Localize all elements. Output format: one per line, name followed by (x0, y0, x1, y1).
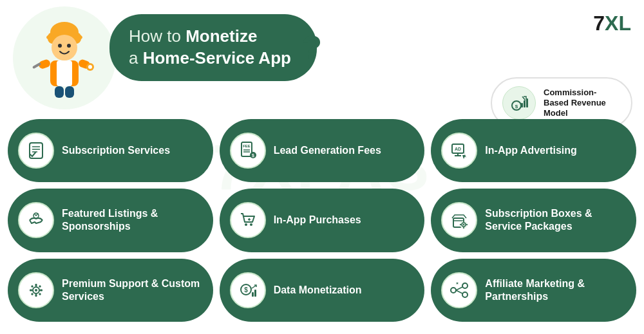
svg-rect-43 (463, 221, 464, 222)
data-monetization-label: Data Monetization (274, 284, 362, 297)
card-data-monetization[interactable]: $ Data Monetization (220, 259, 425, 322)
svg-rect-17 (521, 103, 523, 107)
card-featured-listings[interactable]: Featured Listings & Sponsorships (8, 189, 213, 252)
title-bold-monetize: Monetize (185, 26, 257, 46)
svg-point-5 (67, 44, 71, 48)
question-mark: ? (301, 28, 322, 67)
boxes-icon-circle (441, 202, 477, 238)
card-in-app-advertising[interactable]: AD In-App Advertising (431, 119, 636, 182)
affiliate-icon-circle (441, 272, 477, 308)
lead-generation-label: Lead Generation Fees (274, 144, 381, 157)
purchases-icon-circle (230, 202, 266, 238)
card-lead-generation[interactable]: FEE $ Lead Generation Fees (220, 119, 425, 182)
card-subscription-boxes[interactable]: Subscription Boxes & Service Packages (431, 189, 636, 252)
lead-icon-circle: FEE $ (230, 133, 266, 169)
svg-rect-54 (39, 285, 41, 288)
mascot-svg (19, 13, 109, 103)
svg-point-61 (451, 288, 456, 293)
logo: 7XL (593, 12, 631, 35)
svg-text:$: $ (252, 153, 254, 158)
premium-icon (26, 281, 46, 300)
page-container: 7XPAS 7XL (0, 0, 644, 334)
svg-point-62 (462, 283, 468, 288)
svg-point-42 (463, 224, 464, 225)
svg-rect-44 (463, 227, 464, 228)
in-app-advertising-label: In-App Advertising (485, 144, 577, 157)
affiliate-icon (450, 281, 469, 300)
svg-point-48 (35, 289, 37, 292)
svg-rect-50 (35, 294, 37, 297)
svg-rect-56 (39, 293, 41, 295)
svg-rect-51 (30, 289, 32, 291)
svg-text:FEE: FEE (243, 144, 251, 148)
svg-text:$: $ (244, 286, 248, 293)
listings-icon (26, 210, 46, 230)
card-premium-support[interactable]: Premium Support & Custom Services (8, 259, 213, 322)
svg-rect-46 (466, 224, 468, 225)
svg-point-63 (462, 292, 468, 297)
svg-rect-7 (57, 60, 72, 86)
purchases-icon (238, 210, 258, 230)
svg-text:AD: AD (455, 147, 461, 151)
svg-text:$: $ (515, 104, 518, 109)
advertising-icon: AD (450, 141, 469, 160)
featured-listings-label: Featured Listings & Sponsorships (62, 207, 203, 233)
subscription-icon-circle (18, 133, 54, 169)
svg-point-12 (88, 65, 92, 69)
data-icon: $ (238, 281, 258, 300)
card-affiliate-marketing[interactable]: Affiliate Marketing & Partnerships (431, 259, 636, 322)
svg-point-35 (245, 223, 247, 226)
svg-rect-59 (252, 292, 254, 297)
premium-support-label: Premium Support & Custom Services (62, 277, 203, 303)
subscription-icon (26, 141, 46, 160)
svg-line-65 (456, 290, 462, 293)
commission-icon-circle: $ (502, 86, 536, 120)
mascot-circle (13, 6, 116, 109)
svg-point-4 (58, 44, 62, 48)
premium-icon-circle (18, 272, 54, 308)
subscription-services-label: Subscription Services (62, 144, 170, 157)
card-subscription-services[interactable]: Subscription Services (8, 119, 213, 182)
svg-point-36 (250, 223, 252, 226)
title-normal-1: How to (129, 26, 185, 46)
svg-rect-19 (526, 98, 528, 107)
svg-rect-53 (31, 285, 33, 288)
title-pill: How to Monetize a Home-Service App ? (109, 14, 317, 81)
svg-rect-55 (31, 293, 33, 295)
svg-rect-13 (55, 86, 64, 98)
svg-rect-49 (35, 284, 37, 286)
cards-grid: Subscription Services FEE $ Lead Generat… (8, 119, 636, 322)
affiliate-marketing-label: Affiliate Marketing & Partnerships (485, 277, 626, 303)
svg-rect-52 (40, 289, 43, 291)
svg-rect-45 (460, 224, 461, 225)
in-app-purchases-label: In-App Purchases (274, 214, 361, 227)
lead-icon: FEE $ (238, 141, 258, 160)
title-text: How to Monetize a Home-Service App (129, 26, 291, 70)
svg-rect-14 (65, 86, 74, 98)
logo-text: 7XL (593, 12, 631, 35)
listings-icon-circle (18, 202, 54, 238)
boxes-icon (450, 210, 469, 230)
commission-label: Commission-Based Revenue Model (544, 88, 621, 119)
subscription-boxes-label: Subscription Boxes & Service Packages (485, 207, 626, 233)
mascot-area (6, 0, 122, 116)
svg-rect-60 (254, 290, 256, 297)
commission-icon: $ (510, 94, 528, 112)
title-bold-app: Home-Service App (143, 48, 291, 68)
svg-rect-18 (524, 100, 526, 107)
advertising-icon-circle: AD (441, 133, 477, 169)
data-icon-circle: $ (230, 272, 266, 308)
card-in-app-purchases[interactable]: In-App Purchases (220, 189, 425, 252)
svg-point-3 (52, 35, 77, 60)
title-normal-2: a (129, 48, 143, 68)
svg-line-64 (456, 287, 462, 290)
